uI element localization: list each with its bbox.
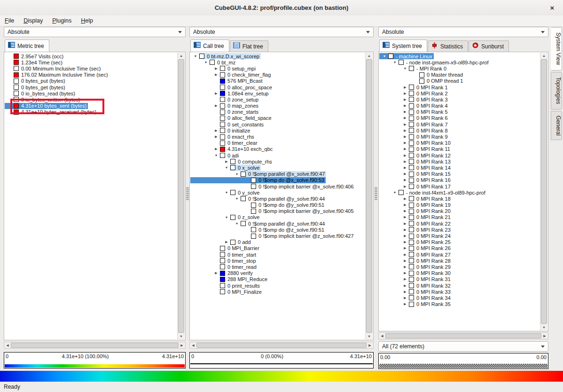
tree-item[interactable]: 0 io_bytes_read (bytes) [5, 90, 77, 96]
system-vertical-scrollbar[interactable]: ▲ ▼ [540, 53, 547, 330]
value-box[interactable] [409, 246, 414, 251]
value-box[interactable] [220, 271, 225, 276]
expand-arrow-icon[interactable]: ▶ [402, 296, 408, 300]
value-box[interactable] [251, 184, 256, 189]
expand-arrow-icon[interactable]: ▶ [402, 92, 408, 95]
tree-item[interactable]: ▶0 MPI Rank 35 [379, 301, 452, 307]
tree-item[interactable]: ▶0 MPI Rank 15 [379, 171, 452, 177]
call-vertical-scrollbar[interactable]: ▲ ▼ [365, 53, 373, 339]
value-box[interactable] [230, 190, 235, 195]
value-box[interactable] [409, 141, 414, 146]
value-box[interactable] [409, 134, 414, 140]
scroll-right-icon[interactable]: ▶ [541, 333, 548, 339]
tree-item[interactable]: ▶0 MPI Rank 5 [379, 109, 449, 115]
expand-arrow-icon[interactable]: ▶ [223, 240, 230, 244]
value-box[interactable] [409, 128, 414, 133]
value-box[interactable] [409, 165, 414, 170]
value-box[interactable] [14, 66, 19, 71]
tab-metric-tree[interactable]: Metric tree [5, 39, 49, 52]
tab-flat-tree[interactable]: Flat tree [230, 40, 268, 52]
value-box[interactable] [409, 295, 414, 300]
metric-value-mode-combo[interactable]: Absolute [4, 27, 186, 37]
tree-item[interactable]: ▶0 MPI Rank 32 [379, 282, 452, 289]
expand-arrow-icon[interactable]: ▶ [402, 129, 408, 133]
value-box[interactable] [409, 264, 414, 269]
collapse-arrow-icon[interactable]: ▼ [223, 166, 230, 169]
expand-arrow-icon[interactable]: ▶ [213, 271, 219, 275]
value-box[interactable] [241, 196, 246, 201]
scrollbar-thumb[interactable] [385, 333, 541, 338]
tree-item[interactable]: ▶0 MPI Rank 7 [379, 121, 449, 127]
value-box[interactable] [409, 97, 414, 102]
tree-item[interactable]: ▶0 MPI Rank 24 [379, 233, 452, 239]
tree-item[interactable]: ▶0 MPI Rank 2 [379, 90, 449, 96]
value-box[interactable] [409, 283, 414, 288]
value-box[interactable] [251, 234, 256, 239]
expand-arrow-icon[interactable]: ▶ [402, 302, 408, 306]
value-box[interactable] [409, 215, 414, 220]
tree-item[interactable]: ▶0 MPI Rank 34 [379, 295, 452, 301]
value-box[interactable] [409, 277, 414, 282]
value-box[interactable] [220, 122, 225, 127]
tree-item[interactable]: ▶0 MPI Rank 29 [379, 264, 452, 270]
value-box[interactable] [220, 97, 225, 102]
value-box[interactable] [220, 246, 225, 251]
value-box[interactable] [409, 203, 414, 208]
system-filter-combo[interactable]: All (72 elements) [378, 341, 548, 352]
value-box[interactable] [409, 110, 414, 115]
expand-arrow-icon[interactable]: ▶ [402, 86, 408, 89]
tree-item[interactable]: ▶0 MPI Rank 18 [379, 196, 452, 202]
value-box[interactable] [241, 172, 246, 177]
value-box[interactable] [220, 283, 225, 288]
value-box[interactable] [220, 134, 225, 140]
scrollbar-thumb[interactable] [366, 59, 372, 333]
tab-statistics[interactable]: Statistics [428, 40, 468, 52]
tree-item[interactable]: ▶0 MPI Rank 25 [379, 239, 452, 245]
value-box[interactable] [409, 221, 414, 226]
scroll-left-icon[interactable]: ◀ [4, 342, 11, 348]
tree-item[interactable]: ▶0 MPI Rank 3 [379, 96, 449, 102]
tree-item[interactable]: ▶0 MPI Rank 10 [379, 140, 452, 146]
tree-item[interactable]: 0 timer_clear [190, 140, 259, 146]
scrollbar-thumb[interactable] [541, 59, 547, 324]
collapse-arrow-icon[interactable]: ▼ [223, 216, 230, 219]
expand-arrow-icon[interactable]: ▶ [402, 277, 408, 281]
close-icon[interactable]: × [547, 0, 557, 16]
value-box[interactable] [220, 141, 225, 146]
menu-plugins[interactable]: Plugins [47, 16, 76, 26]
tree-item[interactable]: 0 !$omp implicit barrier @x_solve.f90:40… [190, 183, 355, 189]
expand-arrow-icon[interactable]: ▶ [213, 73, 219, 77]
tree-item[interactable]: ▶0 MPI Rank 12 [379, 152, 452, 158]
value-box[interactable] [399, 60, 404, 65]
tree-item[interactable]: ▼0 !$omp parallel @z_solve.f90:44 [190, 220, 326, 227]
expand-arrow-icon[interactable]: ▶ [402, 290, 408, 294]
expand-arrow-icon[interactable]: ▶ [402, 160, 408, 164]
system-horizontal-scrollbar[interactable]: ◀ ▶ [378, 332, 548, 339]
collapse-arrow-icon[interactable]: ▼ [402, 67, 408, 70]
value-box[interactable] [241, 221, 246, 226]
tree-item[interactable]: ▼- node inst-f4xm1-x9-ol89-hpc-prof [379, 189, 487, 196]
tree-item[interactable]: ▶0 MPI Rank 4 [379, 103, 449, 109]
tab-system-tree[interactable]: System tree [379, 39, 427, 52]
tree-item[interactable]: ▼0 y_solve [190, 189, 261, 196]
tree-item[interactable]: ▶0 MPI Rank 6 [379, 115, 449, 121]
expand-arrow-icon[interactable]: ▶ [402, 271, 408, 275]
tree-item[interactable]: ▼- node inst-gmaem-x9-ol89-hpc-prof [379, 59, 490, 65]
splitter-handle[interactable] [186, 187, 189, 201]
value-box[interactable] [220, 72, 225, 78]
expand-arrow-icon[interactable]: ▶ [402, 284, 408, 288]
tree-item[interactable]: ▼0 bt-mz.D.x_wi_scorep [190, 53, 261, 59]
expand-arrow-icon[interactable]: ▶ [213, 135, 219, 139]
system-value-mode-combo[interactable]: Absolute [378, 27, 548, 37]
metric-vertical-scrollbar[interactable]: ▲ ▼ [177, 53, 185, 339]
expand-arrow-icon[interactable]: ▶ [402, 147, 408, 151]
tree-item[interactable]: 1.23e4 Time (sec) [5, 59, 64, 65]
tree-item[interactable]: ▶0 exact_rhs [190, 133, 256, 140]
tree-item[interactable]: 0 bytes_get (bytes) [5, 84, 67, 90]
tree-item[interactable]: ▼0 bt_mz [190, 59, 237, 65]
tree-item[interactable]: ▶0 MPI Rank 1 [379, 84, 449, 90]
value-box[interactable] [409, 258, 414, 263]
tree-item[interactable]: ▶0 MPI Rank 28 [379, 258, 452, 264]
value-box[interactable] [419, 78, 424, 84]
menu-display[interactable]: Display [19, 16, 47, 26]
